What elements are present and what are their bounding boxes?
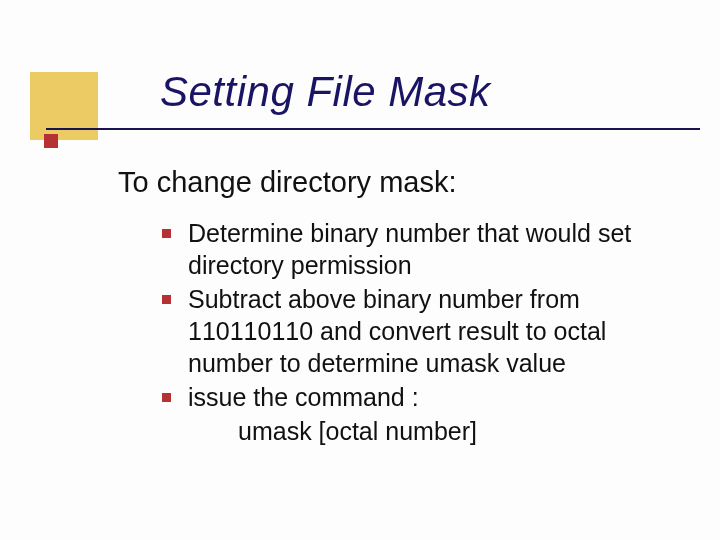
- bullet-text: Determine binary number that would set d…: [188, 219, 631, 279]
- title-area: Setting File Mask: [0, 0, 720, 148]
- list-item: issue the command :: [162, 381, 680, 413]
- bullet-icon: [162, 393, 171, 402]
- bullet-icon: [162, 229, 171, 238]
- content-heading: To change directory mask:: [118, 166, 680, 199]
- title-bullet-icon: [44, 134, 58, 148]
- bullet-text: issue the command :: [188, 383, 419, 411]
- bullet-text: Subtract above binary number from 110110…: [188, 285, 606, 377]
- list-item: Subtract above binary number from 110110…: [162, 283, 680, 379]
- content-area: To change directory mask: Determine bina…: [0, 148, 720, 447]
- list-item: Determine binary number that would set d…: [162, 217, 680, 281]
- command-text: umask [octal number]: [118, 415, 680, 447]
- bullet-icon: [162, 295, 171, 304]
- title-underline: [46, 128, 700, 130]
- slide-title: Setting File Mask: [30, 58, 720, 116]
- bullet-list: Determine binary number that would set d…: [118, 217, 680, 413]
